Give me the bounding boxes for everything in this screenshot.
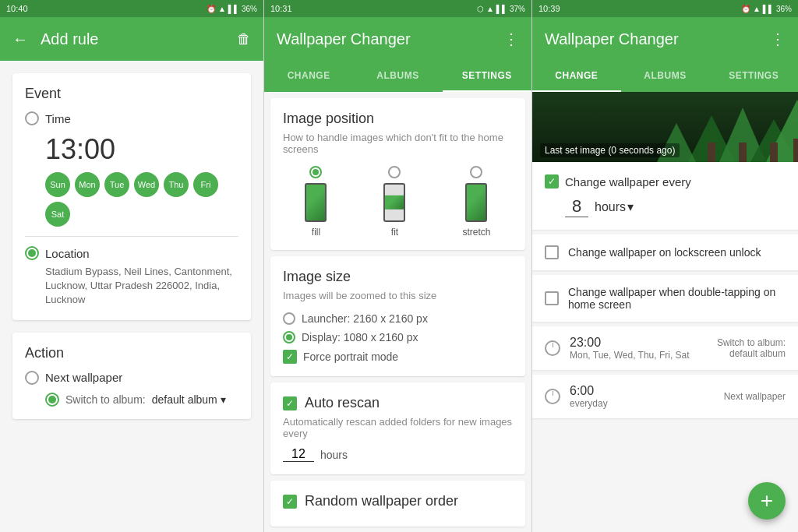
battery-2: 37%	[510, 5, 525, 13]
clock-icon-2	[545, 389, 560, 404]
wifi-icon-3: ▲	[753, 5, 761, 13]
switch-album-radio[interactable]	[45, 393, 59, 407]
tab-settings-2[interactable]: SETTINGS	[443, 61, 531, 92]
status-time-2: 10:31	[270, 4, 292, 13]
page-title-2: Wallpaper Changer	[277, 30, 503, 48]
more-icon-2[interactable]: ⋮	[503, 30, 519, 48]
panel-change: 10:39 ⏰ ▲ ▌▌ 36% Wallpaper Changer ⋮ CHA…	[531, 0, 798, 532]
auto-rescan-checkbox[interactable]: ✓	[283, 396, 297, 410]
time-value: 13:00	[45, 133, 238, 166]
auto-rescan-title-row: ✓ Auto rescan	[283, 395, 513, 411]
fill-phone-icon	[305, 183, 327, 222]
location-row[interactable]: Location	[25, 246, 238, 260]
force-portrait-label: Force portrait mode	[303, 351, 398, 363]
time-radio-row[interactable]: Time	[25, 111, 238, 125]
fill-radio[interactable]	[309, 166, 322, 178]
rule-item-2[interactable]: 6:00 everyday Next wallpaper	[532, 375, 798, 418]
launcher-radio[interactable]	[283, 312, 295, 325]
stretch-radio[interactable]	[470, 166, 482, 178]
auto-rescan-card: ✓ Auto rescan Automatically rescan added…	[270, 382, 525, 474]
album-value: default album	[152, 393, 217, 406]
display-radio[interactable]	[283, 331, 295, 344]
back-icon[interactable]: ←	[12, 30, 28, 48]
next-wallpaper-row[interactable]: Next wallpaper	[25, 371, 238, 385]
rule-item-1[interactable]: 23:00 Mon, Tue, Wed, Thu, Fri, Sat Switc…	[532, 326, 798, 370]
preview-label: Last set image (0 seconds ago)	[540, 143, 680, 157]
image-size-subtitle: Images will be zoomed to this size	[283, 290, 513, 301]
signal-icon: ▌▌	[228, 5, 239, 13]
rule-time-1: 23:00	[570, 336, 708, 350]
position-fit[interactable]: fit	[383, 166, 405, 238]
tab-settings-3[interactable]: SETTINGS	[709, 61, 798, 92]
next-wallpaper-radio[interactable]	[25, 371, 39, 385]
fit-radio[interactable]	[388, 166, 401, 178]
svg-rect-9	[793, 139, 798, 162]
status-icons-1: ⏰ ▲ ▌▌ 36%	[207, 5, 257, 13]
fit-phone-icon	[383, 183, 405, 222]
switch-album-row[interactable]: Switch to album: default album ▾	[45, 393, 238, 407]
panel2-content: Image position How to handle images whic…	[264, 92, 531, 532]
signal-icon-2: ▌▌	[496, 5, 507, 13]
app-bar-2: Wallpaper Changer ⋮	[264, 17, 531, 61]
change-every-value[interactable]: 8	[565, 196, 588, 217]
position-fill[interactable]: fill	[305, 166, 327, 238]
clock-icon-1	[545, 340, 560, 356]
launcher-size-option[interactable]: Launcher: 2160 x 2160 px	[283, 312, 513, 325]
hours-unit-label: hours	[595, 200, 626, 214]
dropdown-arrow: ▾	[627, 199, 634, 214]
day-thu[interactable]: Thu	[164, 172, 189, 197]
lockscreen-setting: Change wallpaper on lockscreen unlock	[532, 234, 798, 270]
event-title: Event	[25, 86, 238, 102]
random-order-card: ✓ Random wallpaper order	[270, 481, 525, 527]
tab-change-2[interactable]: CHANGE	[264, 61, 353, 92]
day-fri[interactable]: Fri	[193, 172, 218, 197]
day-sat[interactable]: Sat	[45, 202, 70, 227]
random-order-checkbox[interactable]: ✓	[283, 495, 297, 509]
status-icons-2: ⬡ ▲ ▌▌ 37%	[477, 5, 525, 13]
auto-rescan-hours-row: hours	[283, 447, 513, 462]
position-stretch[interactable]: stretch	[462, 166, 490, 238]
day-wed[interactable]: Wed	[134, 172, 159, 197]
status-bar-1: 10:40 ⏰ ▲ ▌▌ 36%	[0, 0, 263, 17]
random-order-row: ✓ Random wallpaper order	[283, 493, 513, 509]
delete-icon[interactable]: 🗑	[237, 31, 251, 48]
page-title-3: Wallpaper Changer	[545, 30, 770, 48]
rule-info-2: 6:00 everyday	[570, 384, 715, 409]
fab-button[interactable]: +	[748, 482, 786, 520]
display-size-option[interactable]: Display: 1080 x 2160 px	[283, 331, 513, 344]
more-icon-3[interactable]: ⋮	[770, 30, 786, 48]
svg-rect-6	[708, 143, 715, 162]
double-tap-checkbox[interactable]	[545, 291, 559, 305]
double-tap-setting: Change wallpaper when double-tapping on …	[532, 275, 798, 322]
location-radio[interactable]	[25, 246, 39, 260]
force-portrait-checkbox[interactable]: ✓	[283, 350, 297, 364]
time-radio[interactable]	[25, 111, 39, 125]
status-bar-2: 10:31 ⬡ ▲ ▌▌ 37%	[264, 0, 531, 17]
days-container: Sun Mon Tue Wed Thu Fri Sat	[45, 172, 238, 227]
album-dropdown[interactable]: default album ▾	[152, 393, 226, 406]
auto-rescan-title-text: Auto rescan	[305, 395, 380, 411]
day-mon[interactable]: Mon	[75, 172, 100, 197]
force-portrait-row[interactable]: ✓ Force portrait mode	[283, 350, 513, 364]
stretch-phone-icon	[465, 183, 487, 222]
change-every-checkbox[interactable]: ✓	[545, 174, 559, 188]
auto-rescan-hours-input[interactable]	[283, 447, 314, 462]
panel1-content: Event Time 13:00 Sun Mon Tue Wed Thu Fri…	[0, 61, 263, 532]
day-sun[interactable]: Sun	[45, 172, 70, 197]
status-time-3: 10:39	[538, 4, 560, 13]
battery-1: 36%	[242, 5, 257, 13]
launcher-label: Launcher: 2160 x 2160 px	[302, 312, 428, 325]
day-tue[interactable]: Tue	[104, 172, 129, 197]
status-icons-3: ⏰ ▲ ▌▌ 36%	[741, 5, 792, 13]
tab-albums-3[interactable]: ALBUMS	[621, 61, 710, 92]
tab-albums-2[interactable]: ALBUMS	[353, 61, 442, 92]
tab-change-3[interactable]: CHANGE	[532, 61, 621, 92]
auto-rescan-hours-label: hours	[320, 449, 348, 461]
image-position-options: fill fit stretch	[283, 166, 513, 238]
action-card: Action Next wallpaper Switch to album: d…	[12, 333, 251, 419]
wifi-icon-2: ▲	[486, 5, 494, 13]
lockscreen-label: Change wallpaper on lockscreen unlock	[568, 246, 786, 259]
change-every-unit[interactable]: hours ▾	[595, 199, 634, 214]
tab-bar-2: CHANGE ALBUMS SETTINGS	[264, 61, 531, 92]
lockscreen-checkbox[interactable]	[545, 245, 559, 259]
